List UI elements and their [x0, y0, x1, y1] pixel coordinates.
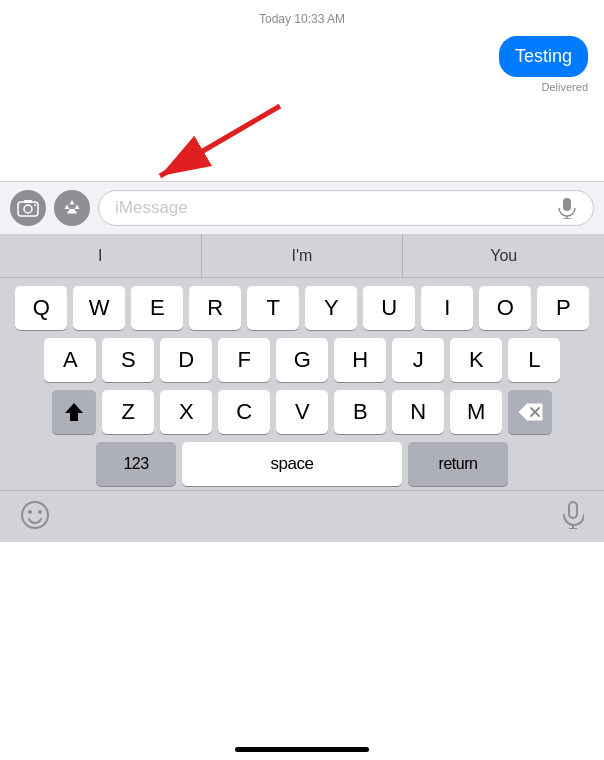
svg-marker-9	[65, 403, 83, 421]
predictive-item-1[interactable]: I	[0, 234, 202, 277]
appstore-button[interactable]	[54, 190, 90, 226]
chat-area: Today 10:33 AM Testing Delivered	[0, 0, 604, 93]
key-i[interactable]: I	[421, 286, 473, 330]
key-k[interactable]: K	[450, 338, 502, 382]
svg-point-13	[28, 510, 32, 514]
key-n[interactable]: N	[392, 390, 444, 434]
appstore-icon	[61, 197, 83, 219]
key-r[interactable]: R	[189, 286, 241, 330]
key-x[interactable]: X	[160, 390, 212, 434]
key-z[interactable]: Z	[102, 390, 154, 434]
svg-point-12	[22, 502, 48, 528]
key-q[interactable]: Q	[15, 286, 67, 330]
delivered-label: Delivered	[16, 81, 588, 93]
keyboard-row-1: Q W E R T Y U I O P	[3, 286, 601, 330]
message-wrapper: Testing	[16, 36, 588, 77]
camera-button[interactable]	[10, 190, 46, 226]
key-shift[interactable]	[52, 390, 96, 434]
key-c[interactable]: C	[218, 390, 270, 434]
key-return[interactable]: return	[408, 442, 508, 486]
input-bar: iMessage	[0, 181, 604, 234]
svg-point-5	[34, 204, 36, 206]
key-m[interactable]: M	[450, 390, 502, 434]
emoji-icon	[20, 500, 50, 530]
svg-point-3	[24, 205, 32, 213]
emoji-button[interactable]	[20, 500, 50, 534]
delete-icon	[517, 402, 543, 422]
predictive-item-2[interactable]: I'm	[202, 234, 404, 277]
key-a[interactable]: A	[44, 338, 96, 382]
red-arrow-icon	[100, 101, 300, 191]
key-f[interactable]: F	[218, 338, 270, 382]
keyboard-row-2: A S D F G H J K L	[3, 338, 601, 382]
key-l[interactable]: L	[508, 338, 560, 382]
keyboard: Q W E R T Y U I O P A S D F G H J K L Z …	[0, 278, 604, 490]
key-y[interactable]: Y	[305, 286, 357, 330]
keyboard-row-3: Z X C V B N M	[3, 390, 601, 434]
key-g[interactable]: G	[276, 338, 328, 382]
key-h[interactable]: H	[334, 338, 386, 382]
key-t[interactable]: T	[247, 286, 299, 330]
key-o[interactable]: O	[479, 286, 531, 330]
key-v[interactable]: V	[276, 390, 328, 434]
mic-bottom-icon	[562, 501, 584, 529]
key-b[interactable]: B	[334, 390, 386, 434]
predictive-item-3[interactable]: You	[403, 234, 604, 277]
key-space[interactable]: space	[182, 442, 402, 486]
timestamp: Today 10:33 AM	[16, 12, 588, 26]
key-j[interactable]: J	[392, 338, 444, 382]
svg-rect-6	[563, 198, 571, 211]
svg-point-14	[38, 510, 42, 514]
shift-icon	[63, 401, 85, 423]
mic-bottom-button[interactable]	[562, 501, 584, 533]
key-d[interactable]: D	[160, 338, 212, 382]
camera-icon	[17, 199, 39, 217]
mic-input-icon	[558, 197, 576, 219]
svg-rect-15	[569, 502, 577, 518]
key-e[interactable]: E	[131, 286, 183, 330]
key-numbers[interactable]: 123	[96, 442, 176, 486]
predictive-bar: I I'm You	[0, 234, 604, 278]
keyboard-row-4: 123 space return	[3, 442, 601, 486]
mic-input-button[interactable]	[553, 194, 581, 222]
svg-line-1	[160, 106, 280, 176]
imessage-placeholder: iMessage	[115, 198, 188, 218]
bottom-toolbar	[0, 490, 604, 542]
key-delete[interactable]	[508, 390, 552, 434]
arrow-container	[0, 101, 604, 181]
svg-rect-4	[24, 200, 32, 203]
key-w[interactable]: W	[73, 286, 125, 330]
message-bubble: Testing	[499, 36, 588, 77]
key-p[interactable]: P	[537, 286, 589, 330]
key-u[interactable]: U	[363, 286, 415, 330]
home-indicator	[235, 747, 369, 752]
key-s[interactable]: S	[102, 338, 154, 382]
imessage-input[interactable]: iMessage	[98, 190, 594, 226]
